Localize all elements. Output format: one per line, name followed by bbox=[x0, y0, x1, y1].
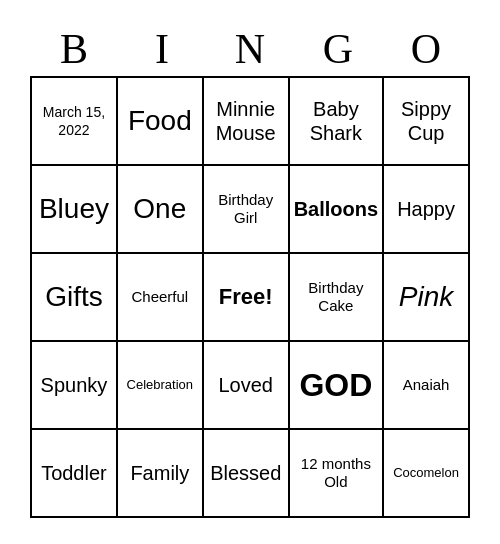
grid-cell-2-0: Gifts bbox=[32, 254, 118, 342]
grid-cell-3-1: Celebration bbox=[118, 342, 204, 430]
grid-cell-4-3: 12 months Old bbox=[290, 430, 384, 518]
grid-cell-4-4: Cocomelon bbox=[384, 430, 470, 518]
grid-cell-3-2: Loved bbox=[204, 342, 290, 430]
grid-cell-0-1: Food bbox=[118, 78, 204, 166]
grid-cell-0-3: Baby Shark bbox=[290, 78, 384, 166]
bingo-grid: March 15, 2022FoodMinnie MouseBaby Shark… bbox=[30, 76, 470, 518]
grid-cell-1-2: Birthday Girl bbox=[204, 166, 290, 254]
grid-cell-1-1: One bbox=[118, 166, 204, 254]
header-letter: O bbox=[382, 26, 470, 72]
grid-cell-1-3: Balloons bbox=[290, 166, 384, 254]
header-letter: B bbox=[30, 26, 118, 72]
grid-cell-3-3: GOD bbox=[290, 342, 384, 430]
grid-cell-4-2: Blessed bbox=[204, 430, 290, 518]
grid-cell-3-0: Spunky bbox=[32, 342, 118, 430]
bingo-header: BINGO bbox=[30, 26, 470, 72]
grid-cell-0-2: Minnie Mouse bbox=[204, 78, 290, 166]
grid-cell-2-2: Free! bbox=[204, 254, 290, 342]
grid-cell-3-4: Anaiah bbox=[384, 342, 470, 430]
grid-cell-1-0: Bluey bbox=[32, 166, 118, 254]
grid-cell-4-1: Family bbox=[118, 430, 204, 518]
grid-cell-4-0: Toddler bbox=[32, 430, 118, 518]
grid-cell-2-4: Pink bbox=[384, 254, 470, 342]
grid-cell-0-4: Sippy Cup bbox=[384, 78, 470, 166]
header-letter: N bbox=[206, 26, 294, 72]
header-letter: I bbox=[118, 26, 206, 72]
grid-cell-1-4: Happy bbox=[384, 166, 470, 254]
grid-cell-2-1: Cheerful bbox=[118, 254, 204, 342]
header-letter: G bbox=[294, 26, 382, 72]
grid-cell-0-0: March 15, 2022 bbox=[32, 78, 118, 166]
grid-cell-2-3: Birthday Cake bbox=[290, 254, 384, 342]
bingo-card: BINGO March 15, 2022FoodMinnie MouseBaby… bbox=[20, 16, 480, 528]
